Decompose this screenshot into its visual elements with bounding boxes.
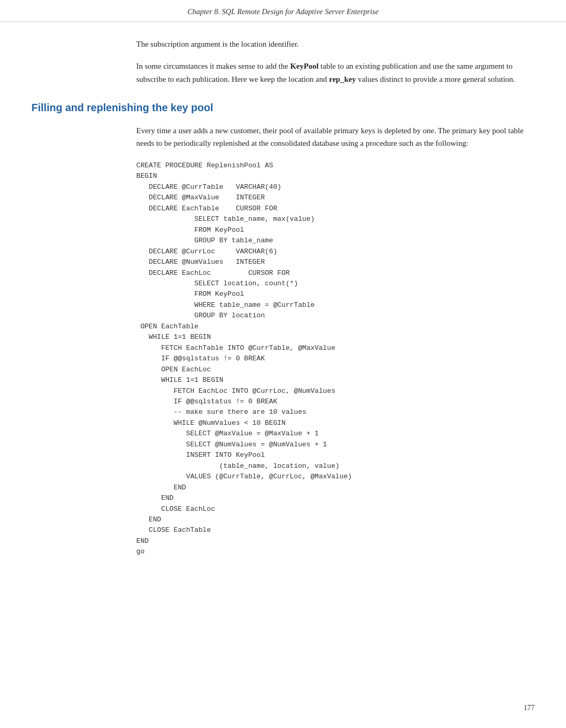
page-number: 177 — [524, 704, 535, 712]
code-text: CREATE PROCEDURE ReplenishPool AS BEGIN … — [136, 162, 352, 555]
code-block: CREATE PROCEDURE ReplenishPool AS BEGIN … — [136, 160, 535, 558]
page-content: The subscription argument is the locatio… — [0, 22, 566, 589]
intro-paragraph-2: In some circumstances it makes sense to … — [136, 60, 535, 86]
repkey-bold: rep_key — [329, 75, 356, 83]
section-heading: Filling and replenishing the key pool — [31, 102, 535, 114]
page-header: Chapter 8. SQL Remote Design for Adaptiv… — [0, 0, 566, 22]
keypool-bold: KeyPool — [290, 62, 319, 70]
body-paragraph: Every time a user adds a new customer, t… — [136, 124, 535, 151]
intro-paragraph-1: The subscription argument is the locatio… — [136, 38, 535, 50]
chapter-title: Chapter 8. SQL Remote Design for Adaptiv… — [188, 7, 379, 16]
